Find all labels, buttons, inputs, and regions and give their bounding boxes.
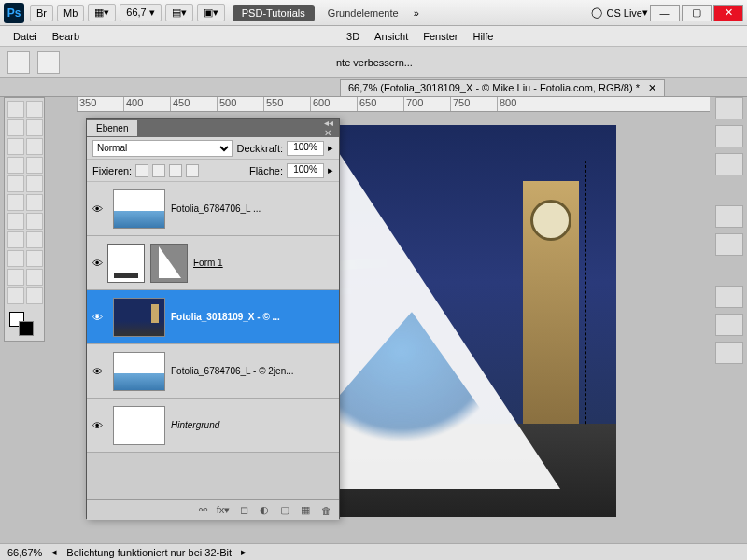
crop-tool[interactable] (7, 138, 24, 155)
layer-row[interactable]: 👁Fotolia_3018109_X - © ... (87, 290, 339, 344)
dock-styles-icon[interactable] (715, 153, 743, 175)
dock-masks-icon[interactable] (715, 233, 743, 256)
3d-tool[interactable] (7, 269, 24, 286)
adjustment-layer-icon[interactable]: ◐ (257, 503, 272, 518)
layer-name[interactable]: Hintergrund (171, 420, 339, 430)
layer-name[interactable]: Fotolia_6784706_L ... (171, 203, 339, 214)
lock-label: Fixieren: (92, 165, 132, 176)
layer-thumbnail[interactable] (113, 406, 165, 445)
view-button[interactable]: ▤▾ (165, 4, 193, 21)
menu-3d[interactable]: 3D (339, 28, 367, 45)
pen-tool[interactable] (7, 231, 24, 248)
layer-thumbnail[interactable] (113, 352, 165, 391)
layer-row[interactable]: 👁Fotolia_6784706_L ... (87, 182, 339, 236)
dock-paths-icon[interactable] (715, 342, 743, 364)
workspace-more[interactable]: » (414, 7, 419, 19)
delete-layer-icon[interactable]: 🗑 (318, 503, 333, 518)
opacity-flyout-icon[interactable]: ▸ (328, 142, 333, 154)
status-zoom[interactable]: 66,67% (7, 547, 42, 558)
marquee-tool[interactable] (26, 101, 43, 118)
menu-ansicht[interactable]: Ansicht (367, 28, 416, 45)
workspace-grundelemente[interactable]: Grundelemente (318, 5, 408, 21)
lock-transparency-icon[interactable] (135, 164, 148, 177)
move-tool[interactable] (7, 101, 24, 118)
lock-all-icon[interactable] (186, 164, 199, 177)
layer-name[interactable]: Fotolia_6784706_L - © 2jen... (171, 366, 339, 376)
layer-mask-thumbnail[interactable] (150, 244, 188, 283)
visibility-toggle-icon[interactable]: 👁 (87, 203, 107, 215)
minimize-button[interactable]: — (650, 5, 680, 21)
layer-thumbnail[interactable] (113, 189, 165, 229)
screen-button[interactable]: ▣▾ (197, 4, 225, 21)
gradient-tool[interactable] (26, 194, 43, 211)
link-layers-icon[interactable]: ⚯ (195, 503, 210, 518)
visibility-toggle-icon[interactable]: 👁 (87, 420, 107, 431)
heal-tool[interactable] (7, 157, 24, 174)
panel-collapse-icon[interactable]: ◂◂✕ (318, 118, 339, 138)
bridge-button[interactable]: Br (30, 5, 53, 21)
color-swatches[interactable] (7, 310, 43, 338)
layer-fx-icon[interactable]: fx▾ (216, 503, 231, 518)
lock-pixels-icon[interactable] (152, 164, 165, 177)
dock-channels-icon[interactable] (715, 314, 743, 336)
dock-color-icon[interactable] (715, 97, 743, 119)
type-tool[interactable] (26, 231, 43, 248)
status-nav-prev-icon[interactable]: ◂ (51, 546, 57, 558)
menu-fenster[interactable]: Fenster (416, 28, 465, 45)
layer-group-icon[interactable]: ▢ (277, 503, 292, 518)
lock-position-icon[interactable] (169, 164, 182, 177)
zoom-tool[interactable] (26, 287, 43, 304)
tool-preset-icon[interactable] (7, 51, 30, 74)
dock-adjustments-icon[interactable] (715, 205, 743, 228)
workspace-psdtutorials[interactable]: PSD-Tutorials (233, 5, 315, 21)
zoom-dropdown[interactable]: 66,7 ▾ (120, 4, 161, 21)
status-nav-next-icon[interactable]: ▸ (241, 546, 247, 558)
layer-name[interactable]: Form 1 (193, 258, 339, 268)
opacity-input[interactable]: 100% (287, 141, 324, 156)
layers-panel-tab[interactable]: Ebenen (87, 120, 137, 136)
document-tab[interactable]: 66,7% (Fotolia_3018109_X - © Mike Liu - … (340, 79, 665, 96)
path-tool[interactable] (7, 250, 24, 267)
menu-hilfe[interactable]: Hilfe (465, 28, 500, 45)
close-button[interactable]: ✕ (713, 5, 743, 21)
layer-thumbnail[interactable] (107, 244, 145, 283)
layer-row[interactable]: 👁Hintergrund (87, 399, 339, 453)
dodge-tool[interactable] (26, 213, 43, 230)
visibility-toggle-icon[interactable]: 👁 (87, 258, 107, 269)
hand-tool[interactable] (7, 287, 24, 304)
blur-tool[interactable] (7, 213, 24, 230)
menu-datei[interactable]: Datei (6, 28, 45, 45)
minibridge-button[interactable]: Mb (57, 5, 84, 21)
dock-layers-icon[interactable] (715, 286, 743, 308)
option-verbessern[interactable]: nte verbessern... (336, 57, 413, 68)
stamp-tool[interactable] (7, 175, 24, 192)
visibility-toggle-icon[interactable]: 👁 (87, 366, 107, 377)
layer-mask-icon[interactable]: ◻ (236, 503, 251, 518)
shape-tool[interactable] (26, 250, 43, 267)
maximize-button[interactable]: ▢ (682, 5, 712, 21)
new-layer-icon[interactable]: ▦ (298, 503, 313, 518)
eraser-tool[interactable] (7, 194, 24, 211)
layer-row[interactable]: 👁Form 1 (87, 236, 339, 290)
cslive-dropdown[interactable]: ▾ (642, 7, 648, 19)
layout-button[interactable]: ▦▾ (88, 4, 116, 21)
cslive-icon[interactable]: ◯ (591, 7, 602, 19)
dock-swatches-icon[interactable] (715, 125, 743, 147)
option-shape-icon[interactable] (37, 51, 60, 74)
layer-name[interactable]: Fotolia_3018109_X - © ... (171, 312, 339, 322)
layer-row[interactable]: 👁Fotolia_6784706_L - © 2jen... (87, 344, 339, 399)
lasso-tool[interactable] (7, 119, 24, 136)
blend-mode-select[interactable]: Normal (92, 140, 233, 157)
visibility-toggle-icon[interactable]: 👁 (87, 312, 107, 323)
fill-input[interactable]: 100% (287, 163, 324, 178)
brush-tool[interactable] (26, 157, 43, 174)
camera-tool[interactable] (26, 269, 43, 286)
document-tab-close-icon[interactable]: ✕ (648, 82, 656, 93)
history-brush-tool[interactable] (26, 175, 43, 192)
eyedropper-tool[interactable] (26, 138, 43, 155)
cslive-button[interactable]: CS Live (606, 7, 642, 19)
wand-tool[interactable] (26, 119, 43, 136)
fill-flyout-icon[interactable]: ▸ (328, 164, 333, 176)
menu-bearbeiten[interactable]: Bearb (45, 28, 87, 45)
layer-thumbnail[interactable] (113, 298, 165, 337)
